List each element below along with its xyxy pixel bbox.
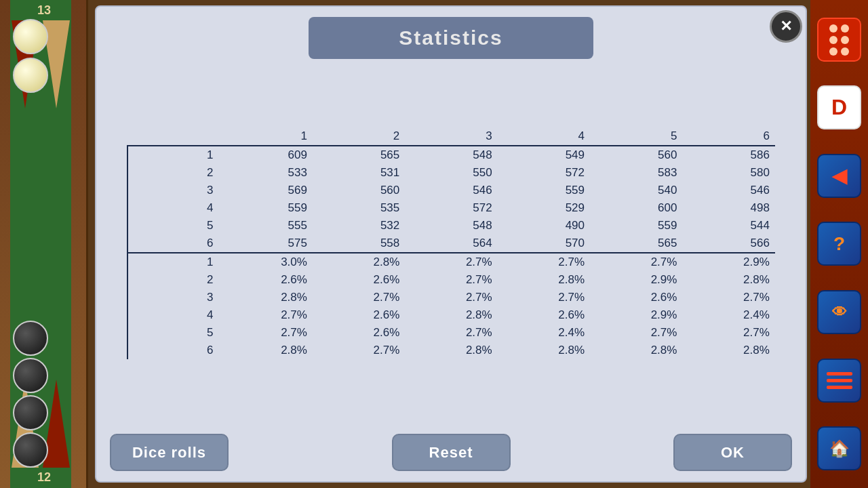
- pct-r2-c3: 2.7%: [405, 271, 497, 289]
- count-r5-c2: 532: [313, 217, 405, 235]
- count-row-1-label: 1: [127, 146, 220, 164]
- pct-r1-c5: 2.7%: [590, 253, 682, 271]
- pct-r5-c6: 2.7%: [682, 324, 774, 342]
- pct-row-5-label: 5: [127, 324, 220, 342]
- count-row-2-label: 2: [127, 164, 220, 182]
- pct-r5-c5: 2.7%: [590, 324, 682, 342]
- bottom-buttons-bar: Dice rolls Reset OK: [96, 427, 806, 481]
- pct-r6-c5: 2.8%: [590, 342, 682, 359]
- count-r3-c3: 546: [405, 182, 497, 199]
- pct-r3-c6: 2.7%: [682, 289, 774, 306]
- ok-button[interactable]: OK: [673, 434, 792, 471]
- pct-r6-c6: 2.8%: [682, 342, 774, 359]
- count-r6-c1: 575: [220, 235, 313, 253]
- count-r2-c3: 550: [405, 164, 497, 182]
- pct-r6-c3: 2.8%: [405, 342, 497, 359]
- home-button[interactable]: 🏠: [817, 426, 861, 470]
- close-button[interactable]: ✕: [770, 10, 802, 43]
- pct-r4-c5: 2.9%: [590, 306, 682, 324]
- pct-r5-c4: 2.4%: [498, 324, 590, 342]
- dot5: [829, 47, 837, 56]
- count-r4-c6: 498: [682, 199, 774, 217]
- column-header-row: 1 2 3 4 5 6: [127, 127, 775, 146]
- pct-row-4-label: 4: [127, 306, 220, 324]
- stats-table-container: 1 2 3 4 5 6 1 609 565 548 549 560 586 2 …: [96, 59, 806, 427]
- pct-row-3: 3 2.8% 2.7% 2.7% 2.7% 2.6% 2.7%: [127, 289, 775, 306]
- pct-r3-c1: 2.8%: [220, 289, 313, 306]
- dice-rolls-button[interactable]: Dice rolls: [110, 434, 229, 471]
- checker-black-3: [13, 395, 48, 430]
- pct-r3-c4: 2.7%: [498, 289, 590, 306]
- col-header-6: 6: [682, 127, 774, 146]
- count-row-4: 4 559 535 572 529 600 498: [127, 199, 775, 217]
- count-r4-c5: 600: [590, 199, 682, 217]
- pct-row-5: 5 2.7% 2.6% 2.7% 2.4% 2.7% 2.7%: [127, 324, 775, 342]
- pct-r4-c6: 2.4%: [682, 306, 774, 324]
- count-r2-c4: 572: [498, 164, 590, 182]
- count-r3-c6: 546: [682, 182, 774, 199]
- count-r1-c2: 565: [313, 146, 405, 164]
- menu-button[interactable]: [817, 359, 861, 403]
- dot6: [841, 47, 849, 56]
- count-r3-c4: 559: [498, 182, 590, 199]
- count-r4-c2: 535: [313, 199, 405, 217]
- count-r3-c1: 569: [220, 182, 313, 199]
- dialog-title: Statistics: [399, 26, 502, 49]
- count-r2-c1: 533: [220, 164, 313, 182]
- pct-r1-c3: 2.7%: [405, 253, 497, 271]
- pct-r4-c2: 2.6%: [313, 306, 405, 324]
- count-r1-c5: 560: [590, 146, 682, 164]
- pct-row-6: 6 2.8% 2.7% 2.8% 2.8% 2.8% 2.8%: [127, 342, 775, 359]
- dot3: [829, 36, 837, 44]
- count-r4-c3: 572: [405, 199, 497, 217]
- pct-row-1-label: 1: [127, 253, 220, 271]
- reset-button[interactable]: Reset: [392, 434, 511, 471]
- pct-r6-c4: 2.8%: [498, 342, 590, 359]
- count-r1-c4: 549: [498, 146, 590, 164]
- pct-r1-c2: 2.8%: [313, 253, 405, 271]
- left-board-panel: 13 12: [0, 0, 88, 488]
- checker-black-1: [13, 321, 48, 356]
- arrow-button[interactable]: ◀: [817, 154, 861, 198]
- count-r2-c6: 580: [682, 164, 774, 182]
- pct-r1-c1: 3.0%: [220, 253, 313, 271]
- count-r6-c3: 564: [405, 235, 497, 253]
- count-r5-c1: 555: [220, 217, 313, 235]
- pct-row-3-label: 3: [127, 289, 220, 306]
- statistics-dialog: ✕ Statistics 1 2 3 4 5 6 1 609 565 548: [95, 5, 807, 483]
- count-r2-c2: 531: [313, 164, 405, 182]
- col-header-1: 1: [220, 127, 313, 146]
- col-header-5: 5: [590, 127, 682, 146]
- pct-r3-c3: 2.7%: [405, 289, 497, 306]
- eye-button[interactable]: 👁: [817, 290, 861, 334]
- pct-r5-c2: 2.6%: [313, 324, 405, 342]
- count-row-5-label: 5: [127, 217, 220, 235]
- pct-r6-c1: 2.8%: [220, 342, 313, 359]
- count-row-2: 2 533 531 550 572 583 580: [127, 164, 775, 182]
- help-button[interactable]: ?: [817, 222, 861, 266]
- count-r6-c4: 570: [498, 235, 590, 253]
- count-row-1: 1 609 565 548 549 560 586: [127, 146, 775, 164]
- checker-white-1: [13, 19, 48, 54]
- pct-r1-c4: 2.7%: [498, 253, 590, 271]
- checker-black-2: [13, 358, 48, 393]
- d-button[interactable]: D: [817, 85, 861, 129]
- col-header-4: 4: [498, 127, 590, 146]
- right-sidebar: D ◀ ? 👁 🏠: [810, 0, 868, 488]
- pct-r2-c1: 2.6%: [220, 271, 313, 289]
- checker-white-2: [13, 58, 48, 93]
- count-row-3-label: 3: [127, 182, 220, 199]
- count-r4-c4: 529: [498, 199, 590, 217]
- pct-row-1: 1 3.0% 2.8% 2.7% 2.7% 2.7% 2.9%: [127, 253, 775, 271]
- count-row-4-label: 4: [127, 199, 220, 217]
- menu-line-2: [827, 379, 852, 382]
- count-r2-c5: 583: [590, 164, 682, 182]
- pct-r3-c2: 2.7%: [313, 289, 405, 306]
- board-top-number: 13: [37, 3, 51, 18]
- count-r6-c5: 565: [590, 235, 682, 253]
- dot4: [841, 36, 849, 44]
- count-r1-c3: 548: [405, 146, 497, 164]
- pct-row-6-label: 6: [127, 342, 220, 359]
- count-r6-c2: 558: [313, 235, 405, 253]
- count-row-3: 3 569 560 546 559 540 546: [127, 182, 775, 199]
